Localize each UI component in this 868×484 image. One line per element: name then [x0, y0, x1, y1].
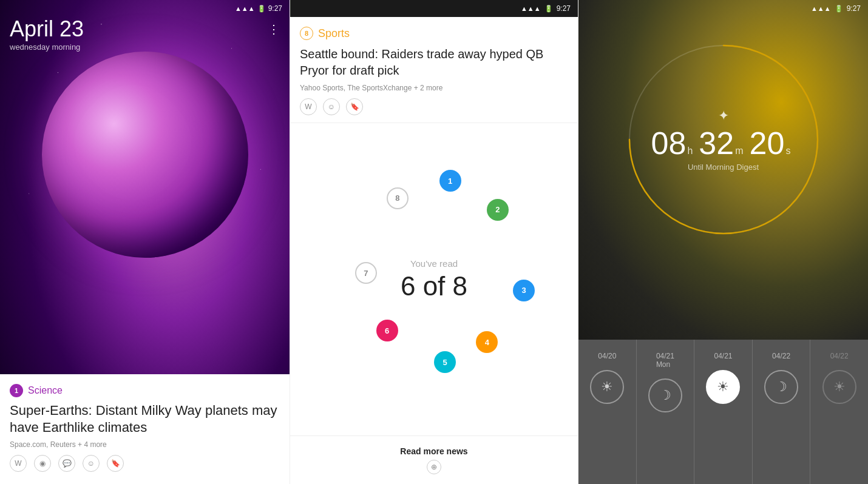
date-col-0421-sun: 04/21 ☀: [694, 340, 753, 484]
date-label-0422b: 04/22: [830, 352, 849, 360]
date-block: April 23 wednesday morning: [10, 17, 84, 52]
day-text: wednesday morning: [10, 42, 84, 52]
date-strip: 04/20 ☀ 04/21Mon ☽ 04/21 ☀ 04/22 ☽ 04/22…: [578, 340, 868, 484]
action-pin-icon[interactable]: ◉: [34, 455, 51, 472]
p2-action-w[interactable]: W: [300, 98, 317, 115]
progress-dot-2[interactable]: 2: [487, 199, 509, 221]
category-row: 1 Science: [10, 384, 280, 397]
date-col-0420: 04/20 ☀: [578, 340, 637, 484]
date-col-0422-moon: 04/22 ☽: [753, 340, 811, 484]
status-time: 9:27: [268, 4, 282, 13]
timer-content: ✦ 08h 32m 20s Until Morning Digest: [620, 36, 827, 243]
date-icon-moon-0421: ☽: [648, 378, 682, 412]
date-col-0422-partial: 04/22 ☀: [810, 340, 868, 484]
category-label: Science: [28, 385, 63, 396]
menu-icon[interactable]: ⋮: [268, 22, 280, 36]
date-strip-section: 04/20 ☀ 04/21Mon ☽ 04/21 ☀ 04/22 ☽ 04/22…: [578, 340, 868, 484]
status-bar-1: ▲▲▲ 🔋 9:27: [0, 0, 290, 17]
p2-category-row: 8 Sports: [300, 27, 568, 40]
action-bookmark-icon[interactable]: 🔖: [107, 455, 124, 472]
status-time-3: 9:27: [847, 4, 861, 13]
timer-minutes-unit: m: [735, 146, 743, 156]
date-label-0422: 04/22: [772, 352, 790, 360]
status-bar-2: ▲▲▲ 🔋 9:27: [290, 0, 578, 17]
p2-action-icons: W ☺ 🔖: [300, 98, 568, 115]
timer-digits: 08h 32m 20s: [651, 127, 796, 159]
date-icon-sun-0420: ☀: [590, 370, 624, 404]
signal-icon-2: ▲▲▲: [521, 5, 541, 12]
read-count-display: 6 of 8: [401, 271, 467, 301]
date-label-0421: 04/21Mon: [656, 352, 674, 369]
timer-ring: ✦ 08h 32m 20s Until Morning Digest: [620, 36, 827, 243]
progress-center-text: You've read 6 of 8: [401, 258, 467, 301]
status-bar-3: ▲▲▲ 🔋 9:27: [578, 0, 868, 17]
article-title[interactable]: Super-Earths: Distant Milky Way planets …: [10, 402, 280, 437]
progress-dot-1[interactable]: 1: [439, 170, 461, 192]
panel1-article-card: 1 Science Super-Earths: Distant Milky Wa…: [0, 374, 290, 484]
progress-dot-4[interactable]: 4: [476, 331, 498, 353]
action-icons-row: W ◉ 💬 ☺ 🔖: [10, 455, 280, 472]
sun-icon: ✦: [718, 108, 729, 124]
progress-dot-6[interactable]: 6: [376, 320, 398, 341]
p2-category-label: Sports: [318, 27, 350, 40]
p2-action-react[interactable]: ☺: [323, 98, 340, 115]
read-more-label: Read more news: [400, 446, 467, 456]
planet-image: [42, 52, 248, 258]
panel-news-date: ▲▲▲ 🔋 9:27 April 23 wednesday morning ⋮ …: [0, 0, 290, 484]
timer-label: Until Morning Digest: [688, 163, 759, 172]
read-more-icon[interactable]: ⊕: [427, 460, 441, 474]
date-icon-sun-0421-active: ☀: [706, 370, 740, 404]
action-react-icon[interactable]: ☺: [83, 455, 100, 472]
timer-hours-unit: h: [687, 146, 693, 156]
p2-number-badge: 8: [300, 27, 313, 40]
timer-ring-container: ✦ 08h 32m 20s Until Morning Digest: [620, 36, 827, 243]
p2-article-sources: Yahoo Sports, The SportsXchange + 2 more: [300, 84, 568, 92]
battery-icon-3: 🔋: [835, 5, 843, 13]
read-more-section[interactable]: Read more news ⊕: [290, 435, 578, 484]
status-time-2: 9:27: [557, 4, 571, 13]
p2-article-title[interactable]: Seattle bound: Raiders trade away hyped …: [300, 46, 568, 79]
timer-section: ▲▲▲ 🔋 9:27 ✦ 08h 32m 20s: [578, 0, 868, 340]
panel-news-progress: ▲▲▲ 🔋 9:27 8 Sports Seattle bound: Raide…: [290, 0, 578, 484]
date-label-0421b: 04/21: [714, 352, 732, 360]
date-col-0421-mon: 04/21Mon ☽: [637, 340, 695, 484]
timer-seconds-unit: s: [785, 146, 790, 156]
progress-dot-7[interactable]: 7: [355, 262, 377, 284]
timer-seconds: 20: [750, 127, 785, 159]
date-text: April 23: [10, 17, 84, 41]
date-icon-sun-0422: ☀: [822, 370, 856, 404]
signal-icon: ▲▲▲: [235, 5, 255, 12]
signal-icon-3: ▲▲▲: [811, 5, 831, 12]
panel1-header: April 23 wednesday morning ⋮: [10, 17, 280, 52]
panel2-article-card: 8 Sports Seattle bound: Raiders trade aw…: [290, 17, 578, 123]
reading-progress-section: 12345678 You've read 6 of 8: [290, 123, 578, 435]
progress-dot-8[interactable]: 8: [387, 187, 409, 209]
date-label-0420: 04/20: [598, 352, 616, 360]
progress-dot-5[interactable]: 5: [434, 351, 456, 373]
date-icon-moon-0422: ☽: [764, 370, 798, 404]
battery-icon-2: 🔋: [544, 5, 553, 13]
progress-dot-3[interactable]: 3: [513, 280, 535, 301]
action-chat-icon[interactable]: 💬: [58, 455, 75, 472]
p2-action-bookmark[interactable]: 🔖: [346, 98, 363, 115]
action-w-icon[interactable]: W: [10, 455, 27, 472]
article-sources: Space.com, Reuters + 4 more: [10, 440, 280, 449]
battery-icon: 🔋: [257, 5, 266, 13]
panel-timer: ▲▲▲ 🔋 9:27 ✦ 08h 32m 20s: [578, 0, 868, 484]
timer-minutes: 32: [699, 127, 734, 159]
article-number-badge: 1: [10, 384, 23, 397]
youve-read-label: You've read: [401, 258, 467, 268]
timer-hours: 08: [651, 127, 687, 159]
signal-battery-icons: ▲▲▲ 🔋 9:27: [235, 4, 282, 13]
